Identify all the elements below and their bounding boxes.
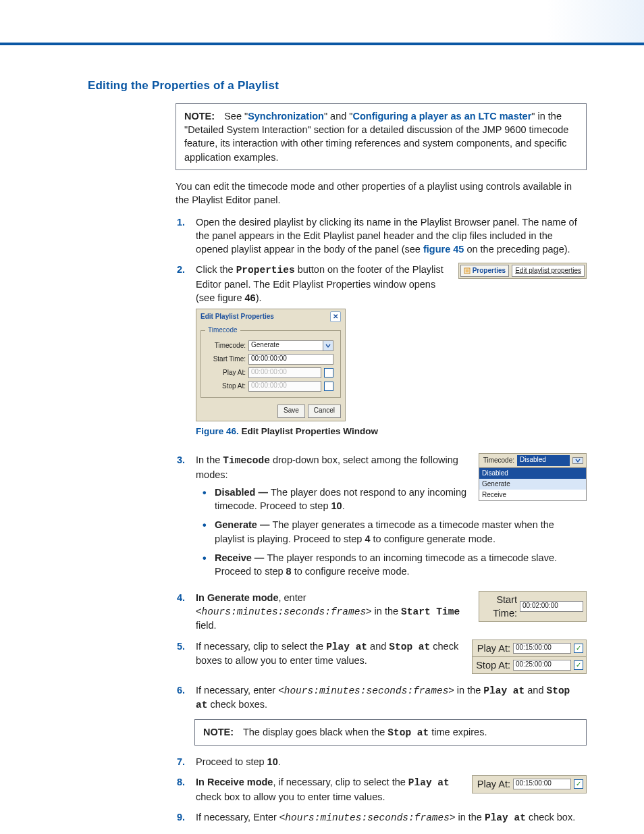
step-8: Play At: 00:15:00:00 In Receive mode, if… — [194, 775, 587, 804]
step-6: If necessary, enter <hours:minutes:secon… — [194, 683, 587, 712]
play-at-checkbox[interactable] — [574, 644, 583, 653]
stop-at-input[interactable]: 00:00:00:00 — [248, 381, 321, 392]
figure-46-window: Edit Playlist Properties ✕ Timecode Time… — [196, 309, 346, 421]
timecode-dd-value[interactable]: Disabled — [517, 455, 570, 466]
step-2: Properties Edit playlist properties Clic… — [194, 263, 587, 446]
note-box-2: NOTE: The display goes black when the St… — [194, 719, 587, 746]
stop-at-field[interactable]: 00:25:00:00 — [513, 660, 571, 671]
step-3: Timecode: Disabled Disabled Generate Rec… — [194, 453, 587, 583]
edit-playlist-properties-link[interactable]: Edit playlist properties — [512, 265, 585, 277]
cancel-button[interactable]: Cancel — [308, 405, 341, 418]
fieldset-legend: Timecode — [205, 325, 240, 335]
play-at-input[interactable]: 00:00:00:00 — [248, 367, 321, 378]
note-text: See "Synchronization" and "Configuring a… — [184, 111, 568, 163]
step-4: Start Time: 00:02:00:00 In Generate mode… — [194, 591, 587, 633]
step-10: Save For all selections, click the Save … — [194, 831, 587, 834]
option-disabled[interactable]: Disabled — [479, 468, 586, 479]
stop-at-label: Stop At: — [208, 382, 246, 391]
step-1: Open the desired playlist by clicking it… — [194, 215, 587, 257]
mode-disabled: Disabled — The player does not respond t… — [215, 486, 587, 513]
properties-icon — [464, 267, 471, 274]
stop-at-checkbox[interactable] — [574, 660, 583, 670]
play-at-field-8[interactable]: 00:15:00:00 — [513, 779, 571, 789]
stop-at-checkbox[interactable] — [324, 382, 333, 391]
start-time-field[interactable]: 00:02:00:00 — [520, 601, 583, 612]
note-label: NOTE: — [184, 111, 215, 122]
start-time-illustration: Start Time: 00:02:00:00 — [479, 591, 587, 623]
play-at-checkbox-8[interactable] — [574, 779, 583, 789]
step-5: Play At: 00:15:00:00 Stop At: 00:25:00:0… — [194, 640, 587, 677]
start-time-label: Start Time: — [208, 355, 246, 364]
play-at-label: Play At: — [208, 368, 246, 377]
play-at-field[interactable]: 00:15:00:00 — [513, 643, 571, 654]
link-synchronization[interactable]: Synchronization — [248, 111, 324, 122]
link-figure-45[interactable]: figure 45 — [423, 244, 464, 255]
intro-paragraph: You can edit the timecode mode and other… — [176, 180, 587, 207]
timecode-label: Timecode: — [208, 341, 246, 350]
save-button[interactable]: Save — [277, 405, 305, 418]
play-at-illustration-8: Play At: 00:15:00:00 — [472, 775, 587, 793]
header-rule — [0, 43, 644, 45]
play-stop-illustration: Play At: 00:15:00:00 Stop At: 00:25:00:0… — [472, 640, 587, 675]
section-heading: Editing the Properties of a Playlist — [88, 78, 587, 94]
step-9: If necessary, Enter <hours:minutes:secon… — [194, 810, 587, 825]
dialog-title: Edit Playlist Properties — [200, 312, 274, 321]
figure-46-caption: Figure 46. Edit Playlist Properties Wind… — [196, 425, 587, 438]
svg-rect-1 — [465, 269, 468, 273]
mode-generate: Generate — The player generates a timeco… — [215, 518, 587, 546]
timecode-select[interactable]: Generate — [248, 340, 333, 351]
mode-receive: Receive — The player responds to an inco… — [215, 551, 587, 579]
properties-strip-illustration: Properties Edit playlist properties — [458, 263, 587, 279]
chevron-down-icon[interactable] — [323, 340, 333, 351]
play-at-checkbox[interactable] — [324, 368, 333, 377]
note-box-1: NOTE: See "Synchronization" and "Configu… — [176, 103, 587, 170]
step-7: Proceed to step 10. — [194, 755, 587, 768]
timecode-fieldset: Timecode Timecode: Generate Start Time: … — [200, 325, 341, 398]
properties-button[interactable]: Properties — [460, 265, 509, 277]
start-time-input[interactable]: 00:00:00:00 — [248, 354, 333, 365]
chevron-down-icon[interactable] — [572, 457, 583, 464]
save-button-illustration: Save — [559, 831, 587, 834]
close-icon[interactable]: ✕ — [330, 311, 341, 322]
link-ltc-master[interactable]: Configuring a player as an LTC master — [352, 111, 531, 122]
